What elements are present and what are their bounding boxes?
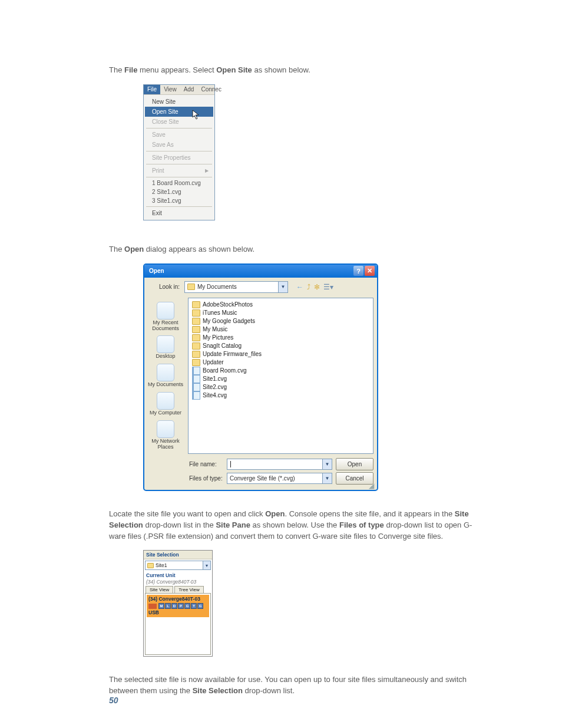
cvg-file-icon bbox=[192, 391, 200, 400]
help-button[interactable]: ? bbox=[353, 266, 363, 276]
current-unit-value: (34) Converge840T-03 bbox=[144, 579, 212, 586]
lookin-select[interactable]: My Documents ▼ bbox=[184, 281, 288, 293]
dropdown-arrow-icon[interactable]: ▼ bbox=[278, 282, 287, 292]
folder-icon bbox=[192, 342, 200, 350]
device-badges: M L D P G T G bbox=[148, 603, 207, 609]
menubar-connect[interactable]: Connec bbox=[197, 85, 224, 94]
badge: G bbox=[184, 603, 190, 609]
file-item[interactable]: Board Room.cvg bbox=[192, 367, 369, 375]
open-dialog-screenshot: Open ? ✕ Look in: My Documents ▼ ← ⤴ ✻ ☰… bbox=[143, 263, 378, 491]
badge: T bbox=[191, 603, 197, 609]
folder-icon bbox=[192, 326, 200, 333]
menu-new-site[interactable]: New Site bbox=[144, 97, 214, 107]
dropdown-arrow-icon[interactable]: ▼ bbox=[322, 459, 332, 469]
instruction-text-3: Locate the site file you want to open an… bbox=[109, 509, 488, 542]
recent-file-2[interactable]: 2 Site1.cvg bbox=[144, 187, 214, 196]
instruction-text-2: The Open dialog appears as shown below. bbox=[109, 244, 488, 255]
place-network[interactable]: My Network Places bbox=[147, 419, 184, 450]
cvg-file-icon bbox=[192, 383, 200, 391]
cvg-file-icon bbox=[192, 367, 200, 375]
places-bar: My Recent Documents Desktop My Documents… bbox=[144, 297, 187, 454]
recent-file-1[interactable]: 1 Board Room.cvg bbox=[144, 179, 214, 187]
badge: L bbox=[165, 603, 171, 609]
badge: D bbox=[171, 603, 177, 609]
device-item[interactable]: (34) Converge840T-03 M L D P G T G USB bbox=[147, 595, 209, 617]
menu-open-site[interactable]: Open Site bbox=[145, 107, 213, 117]
folder-icon bbox=[192, 309, 200, 317]
filename-input[interactable]: ▼ bbox=[227, 459, 332, 470]
tab-site-view[interactable]: Site View bbox=[146, 586, 173, 593]
menu-exit[interactable]: Exit bbox=[144, 208, 214, 218]
tab-tree-view[interactable]: Tree View bbox=[174, 586, 204, 593]
submenu-arrow-icon: ▶ bbox=[205, 168, 209, 173]
cancel-button[interactable]: Cancel bbox=[336, 472, 373, 485]
menubar: File View Add Connec bbox=[144, 85, 214, 95]
site-select-dropdown[interactable]: Site1 ▼ bbox=[145, 561, 211, 570]
filetype-label: Files of type: bbox=[189, 475, 223, 482]
folder-icon bbox=[147, 563, 154, 568]
menu-save-as: Save As bbox=[144, 140, 214, 150]
text-cursor-icon bbox=[230, 461, 231, 467]
filetype-select[interactable]: Converge Site file (*.cvg) ▼ bbox=[227, 473, 332, 484]
back-icon[interactable]: ← bbox=[296, 283, 303, 291]
file-item[interactable]: Site1.cvg bbox=[192, 375, 369, 383]
menu-save: Save bbox=[144, 130, 214, 140]
badge: G bbox=[197, 603, 203, 609]
folder-icon bbox=[192, 318, 200, 325]
file-item[interactable]: Site4.cvg bbox=[192, 391, 369, 400]
instruction-text-4: The selected site file is now available … bbox=[109, 674, 488, 697]
open-button[interactable]: Open bbox=[336, 458, 373, 470]
folder-item[interactable]: Updater bbox=[192, 358, 369, 367]
badge: P bbox=[178, 603, 184, 609]
place-recent[interactable]: My Recent Documents bbox=[147, 300, 184, 332]
folder-icon bbox=[192, 359, 200, 366]
dropdown-arrow-icon[interactable]: ▼ bbox=[322, 473, 332, 483]
folder-item[interactable]: My Pictures bbox=[192, 334, 369, 342]
device-icon bbox=[148, 604, 157, 609]
filename-label: File name: bbox=[189, 461, 223, 467]
cvg-file-icon bbox=[192, 375, 200, 383]
dialog-title: Open bbox=[149, 268, 164, 274]
folder-item[interactable]: My Music bbox=[192, 325, 369, 334]
menubar-view[interactable]: View bbox=[160, 85, 180, 94]
place-desktop[interactable]: Desktop bbox=[147, 334, 184, 360]
badge: M bbox=[158, 603, 164, 609]
dialog-titlebar: Open ? ✕ bbox=[144, 265, 377, 278]
folder-icon bbox=[187, 284, 195, 290]
instruction-text-1: The File menu appears. Select Open Site … bbox=[109, 65, 488, 76]
folder-icon bbox=[192, 334, 200, 341]
up-icon[interactable]: ⤴ bbox=[307, 283, 310, 291]
new-folder-icon[interactable]: ✻ bbox=[314, 283, 320, 291]
lookin-label: Look in: bbox=[149, 284, 180, 290]
dialog-nav-icons: ← ⤴ ✻ ☰▾ bbox=[296, 283, 333, 291]
place-mycomputer[interactable]: My Computer bbox=[147, 390, 184, 416]
recent-file-3[interactable]: 3 Site1.cvg bbox=[144, 196, 214, 205]
folder-icon bbox=[192, 351, 200, 358]
menubar-add[interactable]: Add bbox=[180, 85, 198, 94]
file-list[interactable]: AdobeStockPhotos iTunes Music My Google … bbox=[188, 298, 373, 454]
close-button[interactable]: ✕ bbox=[365, 266, 375, 276]
menu-site-properties: Site Properties bbox=[144, 153, 214, 163]
page-number: 50 bbox=[109, 696, 118, 705]
folder-item[interactable]: Update Firmware_files bbox=[192, 350, 369, 358]
menubar-file[interactable]: File bbox=[144, 85, 160, 94]
folder-item[interactable]: AdobeStockPhotos bbox=[192, 301, 369, 309]
dropdown-arrow-icon[interactable]: ▼ bbox=[203, 561, 210, 569]
views-icon[interactable]: ☰▾ bbox=[323, 283, 333, 291]
place-mydocs[interactable]: My Documents bbox=[147, 362, 184, 388]
usb-label: USB bbox=[148, 610, 207, 615]
folder-icon bbox=[192, 301, 200, 308]
menu-print: Print ▶ bbox=[144, 166, 214, 176]
menu-close-site: Close Site bbox=[144, 117, 214, 127]
file-menu-screenshot: File View Add Connec New Site Open Site … bbox=[143, 84, 215, 220]
site-selection-header: Site Selection bbox=[144, 551, 212, 559]
site-tree: (34) Converge840T-03 M L D P G T G USB bbox=[145, 593, 211, 655]
current-unit-label: Current Unit bbox=[144, 571, 212, 579]
folder-item[interactable]: SnagIt Catalog bbox=[192, 342, 369, 350]
folder-item[interactable]: My Google Gadgets bbox=[192, 317, 369, 325]
folder-item[interactable]: iTunes Music bbox=[192, 309, 369, 317]
resize-grip-icon[interactable]: ◢ bbox=[369, 482, 376, 489]
file-item[interactable]: Site2.cvg bbox=[192, 383, 369, 391]
site-pane-screenshot: Site Selection Site1 ▼ Current Unit (34)… bbox=[143, 550, 213, 657]
